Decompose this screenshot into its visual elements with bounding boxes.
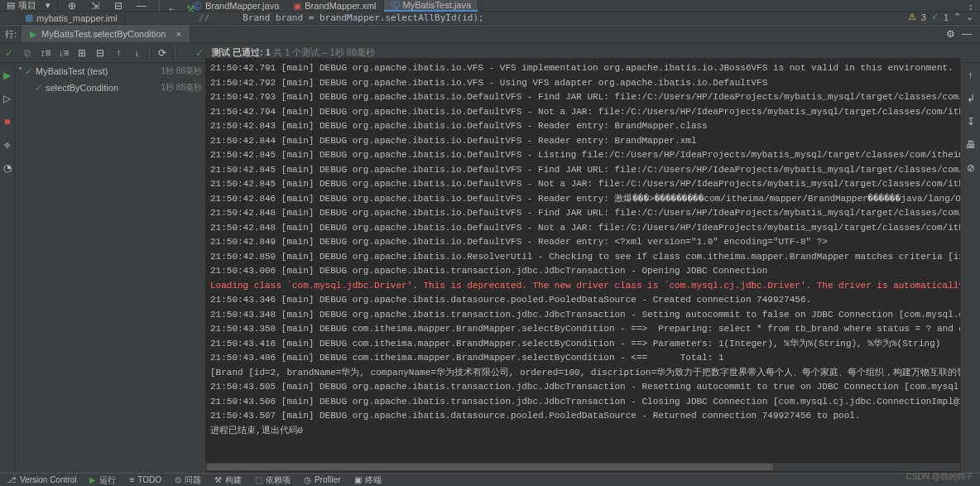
test-case-label: selectByCondition: [46, 83, 118, 93]
console-line: 21:50:42.848 [main] DEBUG org.apache.iba…: [210, 206, 960, 221]
console-line: Loading class `com.mysql.jdbc.Driver'. T…: [210, 279, 960, 294]
inspection-widget[interactable]: ⚠3 ✓1 ⌃⌄: [908, 12, 973, 22]
code-comment: //: [199, 12, 209, 23]
divider: [159, 0, 160, 12]
class-icon: Ⓒ: [193, 0, 202, 12]
settings-icon[interactable]: ⚙: [946, 28, 955, 40]
test-suite-time: 1秒 88毫秒: [161, 65, 202, 77]
xml-icon: ▣: [293, 1, 301, 12]
tab-brandmapper-xml[interactable]: ▣ BrandMapper.xml: [286, 0, 383, 12]
project-toolwindow-tab[interactable]: ▤ 项目 ▾: [0, 0, 58, 11]
pass-icon: ✓: [25, 66, 32, 77]
todo-label: TODO: [137, 475, 161, 484]
divider: [149, 47, 150, 59]
profiler-label: Profiler: [315, 475, 341, 484]
minimize-icon[interactable]: —: [962, 28, 972, 40]
tab-brandmapper-java[interactable]: Ⓒ BrandMapper.java: [186, 0, 286, 12]
console-line: 21:50:43.507 [main] DEBUG org.apache.iba…: [210, 409, 960, 424]
rerun-failed-icon[interactable]: ▷: [0, 89, 17, 108]
print-icon[interactable]: 🖶: [962, 136, 980, 154]
editor-tabs: Ⓒ BrandMapper.java ▣ BrandMapper.xml Ⓒ M…: [186, 0, 478, 12]
console-output[interactable]: 21:50:42.791 [main] DEBUG org.apache.iba…: [205, 58, 960, 473]
expand-arrow-icon[interactable]: ˅: [18, 66, 23, 77]
run-config-tab[interactable]: ▶ MyBatisTest.selectByCondition ×: [22, 26, 190, 42]
terminal-icon: ▣: [354, 475, 362, 484]
build-label: 构建: [225, 474, 242, 486]
problems-icon: ⊙: [175, 475, 181, 484]
sorter-icon[interactable]: ↓≡: [55, 44, 73, 62]
console-line: 21:50:42.849 [main] DEBUG org.apache.iba…: [210, 235, 960, 250]
code-text: Brand brand = brandMapper.selectAllById(…: [243, 12, 483, 23]
tab-label: MyBatisTest.java: [403, 0, 472, 10]
play-icon: ▶: [89, 475, 96, 484]
iml-tab[interactable]: ▦ mybatis_mapper.iml: [0, 12, 125, 24]
test-suite-label: MyBatisTest (test): [36, 66, 108, 76]
tab-label: BrandMapper.xml: [305, 1, 376, 11]
run-tab[interactable]: ▶ 运行: [83, 474, 122, 486]
todo-icon: ≡: [129, 475, 134, 484]
console-line: 21:50:43.506 [main] DEBUG org.apache.iba…: [210, 395, 960, 410]
console-line: 21:50:43.346 [main] DEBUG org.apache.iba…: [210, 293, 960, 308]
problems-tab[interactable]: ⊙ 问题: [168, 474, 208, 486]
console-line: 21:50:42.792 [main] DEBUG org.apache.iba…: [210, 76, 960, 91]
console-line: 21:50:43.006 [main] DEBUG org.apache.iba…: [210, 264, 960, 279]
test-tree: ˅ ✓ MyBatisTest (test) 1秒 88毫秒 ✓ selectB…: [15, 63, 205, 473]
run-tool-header: 行: ▶ MyBatisTest.selectByCondition × ⚙ —: [0, 25, 980, 43]
todo-tab[interactable]: ≡ TODO: [122, 475, 168, 484]
vcs-icon: ⎇: [7, 475, 17, 484]
prev-icon[interactable]: ↑: [109, 44, 127, 62]
status-suffix: 共 1 个测试 – 1秒 88毫秒: [273, 47, 375, 57]
scroll-to-top-icon[interactable]: ↑: [962, 66, 980, 84]
console-line: 21:50:42.793 [main] DEBUG org.apache.iba…: [210, 90, 960, 105]
close-icon[interactable]: ×: [175, 29, 180, 39]
console-line: 21:50:42.843 [main] DEBUG org.apache.iba…: [210, 119, 960, 134]
collapse-all-icon[interactable]: ⊟: [91, 44, 109, 62]
file-icon: ▦: [25, 12, 33, 23]
project-tab-label: 项目: [18, 0, 36, 12]
history-icon[interactable]: ⟳: [153, 44, 171, 62]
console-line: 21:50:42.848 [main] DEBUG org.apache.iba…: [210, 221, 960, 236]
pin-icon[interactable]: ◔: [0, 159, 17, 177]
run-left-gutter: ▶ ▷ ■ ⎆ ◔: [0, 63, 15, 473]
next-icon[interactable]: ↓: [127, 44, 146, 62]
sort-icon[interactable]: ↕≡: [36, 44, 55, 62]
console-line: 21:50:42.846 [main] DEBUG org.apache.iba…: [210, 192, 960, 207]
build-tab[interactable]: ⚒ 构建: [208, 474, 248, 486]
build-icon: ⚒: [214, 475, 222, 484]
console-right-gutter: ↑ ↲ ↧ 🖶 ⊘: [960, 63, 980, 473]
tab-mybatistest-java[interactable]: Ⓒ MyBatisTest.java: [384, 0, 479, 12]
vcs-tab[interactable]: ⎇ Version Control: [0, 475, 83, 484]
passed-filter-icon[interactable]: ✓: [0, 44, 18, 62]
tab-label: BrandMapper.java: [205, 1, 279, 11]
console-line: 21:50:42.791 [main] DEBUG org.apache.iba…: [210, 61, 960, 76]
dependencies-tab[interactable]: ⬚ 依赖项: [248, 474, 297, 486]
run-label: 运行: [99, 474, 116, 486]
console-line: 进程已结束,退出代码0: [210, 424, 960, 439]
profiler-tab[interactable]: ◷ Profiler: [297, 475, 348, 484]
terminal-tab[interactable]: ▣ 终端: [348, 474, 388, 486]
console-line: 21:50:43.348 [main] DEBUG org.apache.iba…: [210, 308, 960, 323]
console-scrollbar[interactable]: [205, 463, 960, 471]
code-preview-line: // Brand brand = brandMapper.selectAllBy…: [199, 12, 484, 23]
secondary-tab-row: ▦ mybatis_mapper.iml: [0, 12, 980, 25]
console-line: 21:50:43.486 [main] DEBUG com.itheima.ma…: [210, 351, 960, 366]
config-icon[interactable]: ⎆: [0, 136, 17, 154]
ignored-filter-icon[interactable]: ⊘: [18, 44, 36, 62]
stop-icon[interactable]: ■: [0, 113, 17, 131]
divider: [175, 47, 175, 59]
watermark: CSDN @我的鸽子: [906, 471, 973, 483]
test-case-row[interactable]: ✓ selectByCondition 1秒 88毫秒: [15, 79, 205, 96]
class-icon: Ⓒ: [391, 0, 400, 12]
scroll-to-end-icon[interactable]: ↧: [962, 113, 980, 131]
scrollbar-thumb[interactable]: [207, 464, 773, 470]
rerun-icon[interactable]: ▶: [0, 66, 17, 84]
test-status-text: 测试 已通过: 1 共 1 个测试 – 1秒 88毫秒: [204, 46, 375, 59]
expand-all-icon[interactable]: ⊞: [73, 44, 91, 62]
console-line: 21:50:42.850 [main] DEBUG org.apache.iba…: [210, 250, 960, 265]
run-tab-label: MyBatisTest.selectByCondition: [41, 29, 166, 39]
console-line: 21:50:43.505 [main] DEBUG org.apache.iba…: [210, 380, 960, 395]
clear-icon[interactable]: ⊘: [962, 159, 980, 177]
folder-icon: ▤: [7, 0, 15, 11]
test-suite-row[interactable]: ˅ ✓ MyBatisTest (test) 1秒 88毫秒: [15, 63, 205, 79]
soft-wrap-icon[interactable]: ↲: [962, 89, 980, 108]
